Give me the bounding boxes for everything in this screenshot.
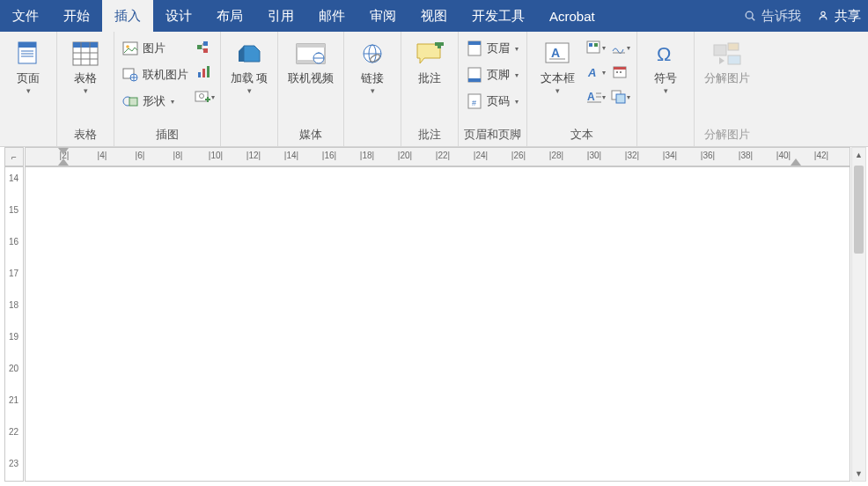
tab-file[interactable]: 文件 — [0, 0, 51, 32]
signature-button[interactable]: ▾ — [610, 37, 631, 58]
tab-bar: 文件 开始 插入 设计 布局 引用 邮件 审阅 视图 开发工具 Acrobat … — [0, 0, 868, 32]
table-button[interactable]: 表格 ▾ — [63, 35, 108, 95]
tab-acrobat[interactable]: Acrobat — [537, 0, 607, 32]
svg-rect-27 — [198, 72, 201, 77]
table-label: 表格 — [74, 72, 97, 85]
svg-line-25 — [202, 43, 203, 47]
screenshot-button[interactable]: ▾ — [194, 86, 215, 107]
smartart-icon — [196, 40, 212, 55]
svg-rect-24 — [203, 48, 208, 53]
shapes-button[interactable]: 形状▾ — [120, 90, 190, 113]
group-label — [349, 127, 395, 146]
pagenum-icon: # — [466, 92, 483, 110]
dropdown-icon: ▾ — [515, 45, 519, 53]
dropcap-button[interactable]: A▾ — [585, 86, 607, 107]
tab-design[interactable]: 设计 — [153, 0, 204, 32]
scroll-up-arrow[interactable]: ▲ — [852, 148, 865, 162]
pictures-button[interactable]: 图片 — [120, 37, 190, 60]
addins-button[interactable]: 加载 项 ▾ — [226, 35, 272, 95]
svg-rect-65 — [616, 71, 618, 73]
horizontal-ruler[interactable]: |2||4||6||8||10||12||14||16||18||20||22|… — [25, 147, 850, 166]
group-label: 媒体 — [283, 124, 338, 146]
dropdown-icon: ▾ — [515, 98, 519, 106]
vertical-ruler[interactable]: 14151617181920212223 — [4, 166, 24, 482]
ruler-tick: |6| — [136, 151, 145, 160]
scroll-thumb[interactable] — [854, 166, 864, 254]
tab-developer[interactable]: 开发工具 — [460, 0, 537, 32]
datetime-icon — [613, 65, 629, 79]
tab-view[interactable]: 视图 — [408, 0, 460, 32]
svg-rect-29 — [207, 66, 210, 77]
dropdown-icon: ▾ — [247, 86, 252, 95]
online-picture-icon — [121, 66, 139, 84]
svg-rect-54 — [587, 41, 600, 53]
scroll-down-arrow[interactable]: ▼ — [852, 467, 865, 481]
tell-me[interactable]: 告诉我 — [735, 0, 810, 32]
page-number-button[interactable]: #页码▾ — [464, 90, 520, 113]
group-label: 表格 — [63, 124, 108, 146]
video-icon — [296, 39, 326, 69]
link-icon — [357, 39, 387, 69]
left-indent-marker[interactable] — [58, 158, 69, 166]
wordart-button[interactable]: A▾ — [585, 62, 607, 83]
tab-review[interactable]: 审阅 — [357, 0, 408, 32]
datetime-button[interactable] — [610, 62, 631, 83]
comment-label: 批注 — [418, 72, 441, 85]
svg-rect-46 — [468, 41, 481, 45]
object-button[interactable]: ▾ — [610, 86, 631, 107]
footer-label: 页脚 — [487, 67, 510, 83]
omega-icon: Ω — [651, 39, 680, 69]
decompose-icon — [712, 39, 742, 69]
ruler-tick: |14| — [284, 151, 298, 160]
comment-button[interactable]: 批注 — [407, 35, 452, 85]
chart-button[interactable] — [194, 62, 215, 83]
vertical-scrollbar[interactable]: ▲ ▼ — [851, 147, 866, 482]
smartart-button[interactable] — [194, 37, 215, 58]
ruler-tick: 16 — [9, 237, 18, 247]
link-button[interactable]: 链接 ▾ — [349, 35, 395, 95]
addins-label: 加载 项 — [228, 72, 270, 85]
group-illustrations: 图片 联机图片 形状▾ ▾ 插图 — [114, 32, 221, 146]
ruler-tick: 15 — [9, 205, 18, 215]
chart-icon — [196, 65, 212, 79]
textbox-button[interactable]: A 文本框 ▾ — [533, 35, 582, 95]
svg-rect-21 — [129, 98, 137, 106]
ruler-tick: |30| — [587, 151, 601, 160]
online-pictures-button[interactable]: 联机图片 — [120, 63, 190, 86]
pages-button[interactable]: 页面 ▾ — [5, 35, 51, 95]
header-button[interactable]: 页眉▾ — [464, 37, 520, 60]
document-area[interactable] — [25, 166, 850, 482]
tab-layout[interactable]: 布局 — [204, 0, 255, 32]
textbox-label: 文本框 — [541, 72, 575, 85]
footer-button[interactable]: 页脚▾ — [464, 63, 520, 86]
tab-mailings[interactable]: 邮件 — [306, 0, 357, 32]
group-table: 表格 ▾ 表格 — [57, 32, 114, 146]
right-indent-marker[interactable] — [791, 158, 801, 166]
symbol-label: 符号 — [654, 72, 677, 85]
ribbon: 页面 ▾ 表格 ▾ 表格 图片 联机图片 形状▾ ▾ — [0, 32, 868, 147]
quickparts-button[interactable]: ▾ — [585, 37, 607, 58]
ruler-tick: 23 — [9, 459, 18, 468]
group-label: 插图 — [120, 124, 215, 146]
group-label — [5, 127, 51, 146]
ruler-tick: 21 — [9, 395, 18, 405]
ruler-tick: 19 — [9, 332, 18, 342]
ruler-tick: |34| — [663, 151, 677, 160]
tab-home[interactable]: 开始 — [51, 0, 102, 32]
tab-references[interactable]: 引用 — [255, 0, 306, 32]
tab-insert[interactable]: 插入 — [102, 0, 153, 32]
first-line-indent-marker[interactable] — [58, 148, 69, 155]
group-label — [643, 127, 688, 146]
link-label: 链接 — [361, 72, 384, 85]
picture-icon — [121, 40, 139, 57]
dropdown-icon: ▾ — [371, 86, 375, 95]
video-label: 联机视频 — [288, 72, 334, 85]
ruler-tick: 14 — [9, 173, 18, 183]
group-decompose: 分解图片 分解图片 — [695, 32, 760, 146]
online-video-button[interactable]: 联机视频 — [283, 35, 338, 85]
pagenum-label: 页码 — [487, 93, 510, 109]
group-label: 文本 — [533, 124, 631, 146]
symbol-button[interactable]: Ω 符号 ▾ — [643, 35, 688, 95]
ruler-corner[interactable]: ⌐ — [4, 147, 24, 166]
share-button[interactable]: 共享 — [810, 0, 868, 32]
